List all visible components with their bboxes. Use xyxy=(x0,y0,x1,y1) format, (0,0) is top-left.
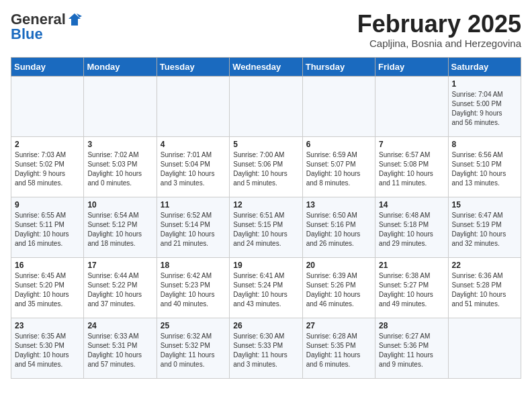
day-info: Sunrise: 6:59 AM Sunset: 5:07 PM Dayligh… xyxy=(306,150,371,188)
page-header: General Blue February 2025 Capljina, Bos… xyxy=(11,11,521,49)
day-info: Sunrise: 6:41 AM Sunset: 5:24 PM Dayligh… xyxy=(233,271,298,309)
table-row: 6Sunrise: 6:59 AM Sunset: 5:07 PM Daylig… xyxy=(302,136,375,197)
table-row: 16Sunrise: 6:45 AM Sunset: 5:20 PM Dayli… xyxy=(11,257,84,318)
calendar-week-row: 2Sunrise: 7:03 AM Sunset: 5:02 PM Daylig… xyxy=(11,136,521,197)
table-row: 10Sunrise: 6:54 AM Sunset: 5:12 PM Dayli… xyxy=(84,197,157,257)
header-saturday: Saturday xyxy=(448,57,521,76)
day-info: Sunrise: 6:33 AM Sunset: 5:31 PM Dayligh… xyxy=(87,332,152,369)
header-sunday: Sunday xyxy=(11,57,84,76)
day-info: Sunrise: 6:45 AM Sunset: 5:20 PM Dayligh… xyxy=(15,271,80,309)
day-info: Sunrise: 6:42 AM Sunset: 5:23 PM Dayligh… xyxy=(161,271,226,309)
day-number: 17 xyxy=(87,261,152,270)
day-number: 13 xyxy=(306,200,371,210)
day-number: 22 xyxy=(452,261,517,270)
table-row xyxy=(157,76,229,136)
day-info: Sunrise: 6:38 AM Sunset: 5:27 PM Dayligh… xyxy=(379,271,444,309)
table-row: 22Sunrise: 6:36 AM Sunset: 5:28 PM Dayli… xyxy=(448,257,521,318)
weekday-header-row: Sunday Monday Tuesday Wednesday Thursday… xyxy=(11,57,521,76)
day-number: 14 xyxy=(379,200,444,210)
day-number: 10 xyxy=(87,200,152,210)
table-row: 23Sunrise: 6:35 AM Sunset: 5:30 PM Dayli… xyxy=(11,318,84,378)
day-info: Sunrise: 6:52 AM Sunset: 5:14 PM Dayligh… xyxy=(161,211,226,248)
day-info: Sunrise: 7:00 AM Sunset: 5:06 PM Dayligh… xyxy=(233,150,298,188)
day-info: Sunrise: 7:02 AM Sunset: 5:03 PM Dayligh… xyxy=(87,150,152,188)
day-number: 23 xyxy=(15,321,80,330)
table-row: 21Sunrise: 6:38 AM Sunset: 5:27 PM Dayli… xyxy=(375,257,448,318)
day-info: Sunrise: 6:51 AM Sunset: 5:15 PM Dayligh… xyxy=(233,211,298,248)
calendar-title: February 2025 xyxy=(357,11,521,38)
day-number: 12 xyxy=(233,200,298,210)
header-tuesday: Tuesday xyxy=(157,57,229,76)
calendar-week-row: 16Sunrise: 6:45 AM Sunset: 5:20 PM Dayli… xyxy=(11,257,521,318)
table-row: 24Sunrise: 6:33 AM Sunset: 5:31 PM Dayli… xyxy=(84,318,157,378)
day-number: 27 xyxy=(306,321,371,330)
logo-icon xyxy=(67,12,82,27)
title-block: February 2025 Capljina, Bosnia and Herze… xyxy=(357,11,521,49)
table-row: 20Sunrise: 6:39 AM Sunset: 5:26 PM Dayli… xyxy=(302,257,375,318)
table-row xyxy=(375,76,448,136)
header-monday: Monday xyxy=(84,57,157,76)
day-info: Sunrise: 7:01 AM Sunset: 5:04 PM Dayligh… xyxy=(161,150,226,188)
table-row: 9Sunrise: 6:55 AM Sunset: 5:11 PM Daylig… xyxy=(11,197,84,257)
day-number: 28 xyxy=(379,321,444,330)
day-number: 19 xyxy=(233,261,298,270)
day-info: Sunrise: 7:04 AM Sunset: 5:00 PM Dayligh… xyxy=(452,90,517,128)
table-row: 8Sunrise: 6:56 AM Sunset: 5:10 PM Daylig… xyxy=(448,136,521,197)
day-info: Sunrise: 6:32 AM Sunset: 5:32 PM Dayligh… xyxy=(161,332,226,369)
table-row: 7Sunrise: 6:57 AM Sunset: 5:08 PM Daylig… xyxy=(375,136,448,197)
day-number: 1 xyxy=(452,79,517,89)
day-number: 5 xyxy=(233,140,298,149)
table-row: 14Sunrise: 6:48 AM Sunset: 5:18 PM Dayli… xyxy=(375,197,448,257)
table-row: 27Sunrise: 6:28 AM Sunset: 5:35 PM Dayli… xyxy=(302,318,375,378)
day-info: Sunrise: 6:44 AM Sunset: 5:22 PM Dayligh… xyxy=(87,271,152,309)
day-number: 25 xyxy=(161,321,226,330)
calendar-table: Sunday Monday Tuesday Wednesday Thursday… xyxy=(11,57,521,379)
logo: General Blue xyxy=(11,11,82,43)
day-number: 26 xyxy=(233,321,298,330)
day-info: Sunrise: 6:55 AM Sunset: 5:11 PM Dayligh… xyxy=(15,211,80,248)
table-row: 12Sunrise: 6:51 AM Sunset: 5:15 PM Dayli… xyxy=(230,197,302,257)
day-number: 3 xyxy=(87,140,152,149)
day-info: Sunrise: 6:57 AM Sunset: 5:08 PM Dayligh… xyxy=(379,150,444,188)
table-row: 4Sunrise: 7:01 AM Sunset: 5:04 PM Daylig… xyxy=(157,136,229,197)
day-info: Sunrise: 6:54 AM Sunset: 5:12 PM Dayligh… xyxy=(87,211,152,248)
day-info: Sunrise: 6:47 AM Sunset: 5:19 PM Dayligh… xyxy=(452,211,517,248)
day-number: 2 xyxy=(15,140,80,149)
logo-blue-text: Blue xyxy=(11,26,43,43)
table-row: 18Sunrise: 6:42 AM Sunset: 5:23 PM Dayli… xyxy=(157,257,229,318)
day-info: Sunrise: 6:48 AM Sunset: 5:18 PM Dayligh… xyxy=(379,211,444,248)
day-number: 20 xyxy=(306,261,371,270)
calendar-week-row: 23Sunrise: 6:35 AM Sunset: 5:30 PM Dayli… xyxy=(11,318,521,378)
table-row xyxy=(448,318,521,378)
day-info: Sunrise: 6:36 AM Sunset: 5:28 PM Dayligh… xyxy=(452,271,517,309)
table-row: 11Sunrise: 6:52 AM Sunset: 5:14 PM Dayli… xyxy=(157,197,229,257)
day-number: 9 xyxy=(15,200,80,210)
header-wednesday: Wednesday xyxy=(230,57,302,76)
header-thursday: Thursday xyxy=(302,57,375,76)
table-row xyxy=(11,76,84,136)
day-number: 6 xyxy=(306,140,371,149)
table-row: 3Sunrise: 7:02 AM Sunset: 5:03 PM Daylig… xyxy=(84,136,157,197)
day-info: Sunrise: 6:28 AM Sunset: 5:35 PM Dayligh… xyxy=(306,332,371,369)
table-row: 26Sunrise: 6:30 AM Sunset: 5:33 PM Dayli… xyxy=(230,318,302,378)
day-info: Sunrise: 6:56 AM Sunset: 5:10 PM Dayligh… xyxy=(452,150,517,188)
day-number: 16 xyxy=(15,261,80,270)
table-row xyxy=(230,76,302,136)
day-number: 8 xyxy=(452,140,517,149)
calendar-week-row: 1Sunrise: 7:04 AM Sunset: 5:00 PM Daylig… xyxy=(11,76,521,136)
day-number: 4 xyxy=(161,140,226,149)
day-number: 7 xyxy=(379,140,444,149)
day-info: Sunrise: 6:39 AM Sunset: 5:26 PM Dayligh… xyxy=(306,271,371,309)
table-row: 2Sunrise: 7:03 AM Sunset: 5:02 PM Daylig… xyxy=(11,136,84,197)
day-info: Sunrise: 6:27 AM Sunset: 5:36 PM Dayligh… xyxy=(379,332,444,369)
day-number: 24 xyxy=(87,321,152,330)
table-row: 13Sunrise: 6:50 AM Sunset: 5:16 PM Dayli… xyxy=(302,197,375,257)
table-row: 25Sunrise: 6:32 AM Sunset: 5:32 PM Dayli… xyxy=(157,318,229,378)
table-row: 28Sunrise: 6:27 AM Sunset: 5:36 PM Dayli… xyxy=(375,318,448,378)
day-info: Sunrise: 6:30 AM Sunset: 5:33 PM Dayligh… xyxy=(233,332,298,369)
table-row xyxy=(84,76,157,136)
table-row: 19Sunrise: 6:41 AM Sunset: 5:24 PM Dayli… xyxy=(230,257,302,318)
day-info: Sunrise: 7:03 AM Sunset: 5:02 PM Dayligh… xyxy=(15,150,80,188)
table-row: 5Sunrise: 7:00 AM Sunset: 5:06 PM Daylig… xyxy=(230,136,302,197)
day-number: 21 xyxy=(379,261,444,270)
